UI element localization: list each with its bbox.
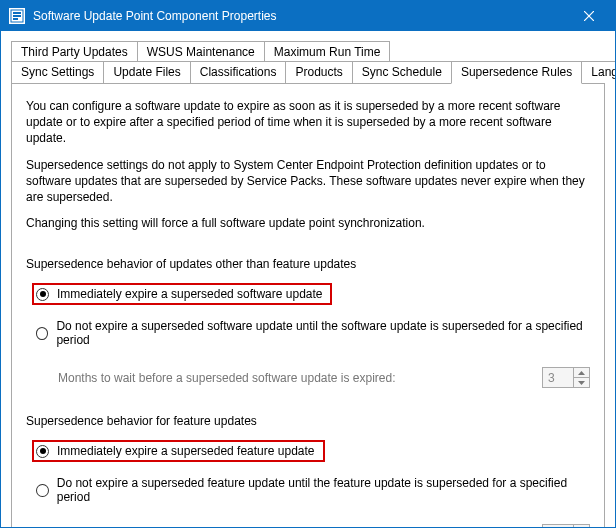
group-legend: Supersedence behavior for feature update… <box>26 414 590 434</box>
months-label: Months to wait before a superseded softw… <box>58 371 396 385</box>
radio-wait-period-feature[interactable]: Do not expire a superseded feature updat… <box>36 476 590 504</box>
spinner-up <box>574 368 589 378</box>
intro-paragraph-3: Changing this setting will force a full … <box>26 215 590 231</box>
tab-sync-schedule[interactable]: Sync Schedule <box>352 61 452 83</box>
tab-panel-supersedence-rules: You can configure a software update to e… <box>11 83 605 528</box>
radio-icon <box>36 327 48 340</box>
tab-update-files[interactable]: Update Files <box>103 61 190 83</box>
group-legend: Supersedence behavior of updates other t… <box>26 257 590 277</box>
tab-maximum-run-time[interactable]: Maximum Run Time <box>264 41 391 62</box>
radio-label: Immediately expire a superseded software… <box>57 287 322 301</box>
client-area: Third Party Updates WSUS Maintenance Max… <box>1 31 615 528</box>
tab-third-party-updates[interactable]: Third Party Updates <box>11 41 138 62</box>
svg-rect-1 <box>13 12 21 14</box>
app-icon <box>9 8 25 24</box>
radio-immediate-expire-software[interactable]: Immediately expire a superseded software… <box>36 287 328 301</box>
tab-sync-settings[interactable]: Sync Settings <box>11 61 104 83</box>
svg-marker-6 <box>578 371 585 375</box>
svg-rect-2 <box>13 15 21 17</box>
radio-wait-period-software[interactable]: Do not expire a superseded software upda… <box>36 319 590 347</box>
tab-wsus-maintenance[interactable]: WSUS Maintenance <box>137 41 265 62</box>
group-non-feature-updates: Supersedence behavior of updates other t… <box>26 247 590 388</box>
radio-icon <box>36 484 49 497</box>
tab-products[interactable]: Products <box>285 61 352 83</box>
tab-control: Third Party Updates WSUS Maintenance Max… <box>11 41 605 528</box>
intro-text: You can configure a software update to e… <box>26 98 590 231</box>
radio-icon <box>36 445 49 458</box>
tab-supersedence-rules[interactable]: Supersedence Rules <box>451 61 582 84</box>
radio-label: Immediately expire a superseded feature … <box>57 444 315 458</box>
intro-paragraph-1: You can configure a software update to e… <box>26 98 590 147</box>
tab-languages[interactable]: Languages <box>581 61 616 83</box>
close-button[interactable] <box>566 1 611 31</box>
intro-paragraph-2: Supersedence settings do not apply to Sy… <box>26 157 590 206</box>
radio-label: Do not expire a superseded software upda… <box>56 319 590 347</box>
radio-icon <box>36 288 49 301</box>
months-row-software: Months to wait before a superseded softw… <box>58 367 590 388</box>
tab-classifications[interactable]: Classifications <box>190 61 287 83</box>
radio-label: Do not expire a superseded feature updat… <box>57 476 590 504</box>
months-spinner-software: 3 <box>542 367 590 388</box>
svg-rect-3 <box>13 18 18 20</box>
titlebar: Software Update Point Component Properti… <box>1 1 615 31</box>
months-row-feature: Months to wait before a superseded softw… <box>58 524 590 528</box>
months-spinner-feature: 3 <box>542 524 590 528</box>
months-value: 3 <box>543 368 573 387</box>
window-title: Software Update Point Component Properti… <box>33 9 566 23</box>
group-feature-updates: Supersedence behavior for feature update… <box>26 404 590 528</box>
svg-marker-7 <box>578 381 585 385</box>
spinner-down <box>574 378 589 387</box>
radio-immediate-expire-feature[interactable]: Immediately expire a superseded feature … <box>36 444 321 458</box>
